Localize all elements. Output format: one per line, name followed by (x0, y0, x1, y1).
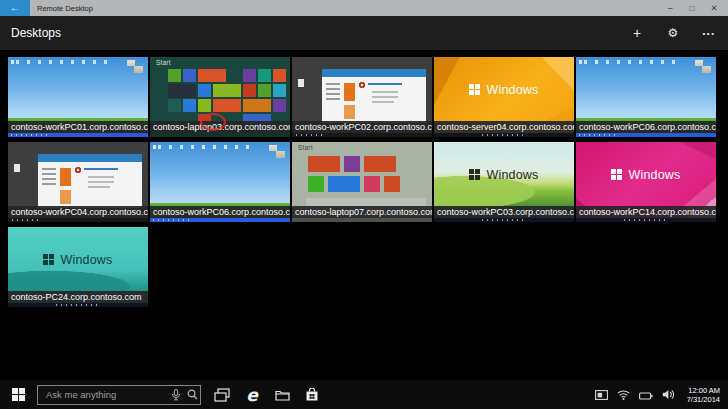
file-explorer-icon[interactable] (267, 380, 297, 409)
search-input[interactable]: Ask me anything (38, 389, 168, 400)
wallpaper-text: Start (298, 144, 313, 151)
back-button[interactable]: ← (0, 0, 30, 16)
back-arrow-icon: ← (10, 2, 20, 13)
microphone-icon[interactable] (168, 389, 184, 401)
desktop-tile-workpc02[interactable]: contoso-workPC02.corp.contoso.com (292, 57, 432, 137)
search-icon[interactable] (184, 389, 200, 400)
windows-logo-icon (469, 169, 480, 180)
windows-logo-icon (469, 84, 480, 95)
thumbnail-taskbar (150, 133, 290, 137)
desktop-tile-pc24[interactable]: Windows contoso-PC24.corp.contoso.com (8, 227, 148, 307)
gear-icon: ⚙ (668, 26, 679, 40)
ellipsis-icon: ••• (703, 29, 716, 38)
volume-icon[interactable] (662, 386, 675, 404)
clock-date: 7/31/2014 (687, 395, 720, 404)
wallpaper-text: Windows (486, 83, 538, 97)
desktop-caption: contoso-workPC06.corp.contoso.com (150, 206, 290, 218)
desktop-tile-laptop03[interactable]: Start contoso-laptop03.corp.contoso.com (150, 57, 290, 137)
remote-desktop-app-window: ← Remote Desktop – □ ✕ Desktops + ⚙ ••• (0, 0, 728, 409)
desktop-tile-workpc03[interactable]: Windows contoso-workPC03.corp.contoso.co… (434, 142, 574, 222)
thumbnail-taskbar (150, 218, 290, 222)
thumbnail-taskbar (8, 303, 148, 307)
thumbnail-taskbar (434, 218, 574, 222)
plus-icon: + (633, 25, 641, 41)
thumbnail-taskbar (8, 218, 148, 222)
desktops-content-area: contoso-workPC01.corp.contoso.com Start … (0, 50, 728, 380)
search-box[interactable]: Ask me anything (37, 385, 201, 405)
desktop-tile-workpc06[interactable]: contoso-workPC06.corp.contoso.com (576, 57, 716, 137)
desktop-tile-laptop07[interactable]: Start contoso-laptop07.corp.contoso.com (292, 142, 432, 222)
system-tray: 12:00 AM 7/31/2014 (595, 386, 728, 404)
thumbnail-taskbar (434, 133, 574, 137)
store-icon[interactable] (297, 380, 327, 409)
action-center-icon[interactable] (595, 386, 608, 404)
thumbnail-taskbar (8, 133, 148, 137)
windows-logo-icon (43, 254, 54, 265)
battery-icon[interactable] (639, 386, 653, 404)
desktop-caption: contoso-server04.corp.contoso.com (434, 121, 574, 133)
desktop-caption: contoso-workPC06.corp.contoso.com (576, 121, 716, 133)
desktop-tile-workpc04[interactable]: contoso-workPC04.corp.contoso.com (8, 142, 148, 222)
settings-button[interactable]: ⚙ (666, 26, 680, 40)
desktops-grid: contoso-workPC01.corp.contoso.com Start … (0, 50, 720, 307)
page-title: Desktops (11, 26, 630, 40)
desktop-caption: contoso-laptop07.corp.contoso.com (292, 206, 432, 218)
system-taskbar: Ask me anything e (0, 380, 728, 409)
desktop-caption: contoso-workPC04.corp.contoso.com (8, 206, 148, 218)
wallpaper-text: Windows (486, 168, 538, 182)
thumbnail-taskbar (576, 218, 716, 222)
wallpaper-text: Start (156, 59, 171, 66)
task-view-button[interactable] (207, 380, 237, 409)
desktop-caption: contoso-workPC02.corp.contoso.com (292, 121, 432, 133)
more-options-button[interactable]: ••• (702, 29, 716, 38)
minimize-button[interactable]: – (659, 0, 681, 16)
maximize-button[interactable]: □ (681, 0, 703, 16)
app-command-bar: Desktops + ⚙ ••• (0, 16, 728, 50)
desktop-caption: contoso-PC24.corp.contoso.com (8, 291, 148, 303)
taskbar-clock[interactable]: 12:00 AM 7/31/2014 (687, 386, 720, 404)
window-title: Remote Desktop (37, 4, 659, 13)
desktop-caption: contoso-workPC03.corp.contoso.com (434, 206, 574, 218)
windows-logo-icon (611, 169, 622, 180)
wallpaper-text: Windows (60, 253, 112, 267)
desktop-caption: contoso-workPC14.corp.contoso.com (576, 206, 716, 218)
desktop-tile-server04[interactable]: Windows contoso-server04.corp.contoso.co… (434, 57, 574, 137)
close-button[interactable]: ✕ (703, 0, 725, 16)
desktop-tile-workpc14[interactable]: Windows contoso-workPC14.corp.contoso.co… (576, 142, 716, 222)
thumbnail-taskbar (292, 133, 432, 137)
windows-start-icon (12, 388, 25, 401)
thumbnail-taskbar (576, 133, 716, 137)
edge-browser-icon[interactable]: e (237, 380, 267, 409)
wifi-icon[interactable] (617, 386, 630, 404)
window-titlebar: ← Remote Desktop – □ ✕ (0, 0, 728, 16)
clock-time: 12:00 AM (687, 386, 720, 395)
thumbnail-taskbar (292, 218, 432, 222)
start-button[interactable] (6, 380, 30, 409)
wallpaper-text: Windows (628, 168, 680, 182)
desktop-caption: contoso-workPC01.corp.contoso.com (8, 121, 148, 133)
desktop-tile-workpc01[interactable]: contoso-workPC01.corp.contoso.com (8, 57, 148, 137)
add-desktop-button[interactable]: + (630, 25, 644, 41)
desktop-tile-workpc06-b[interactable]: contoso-workPC06.corp.contoso.com (150, 142, 290, 222)
